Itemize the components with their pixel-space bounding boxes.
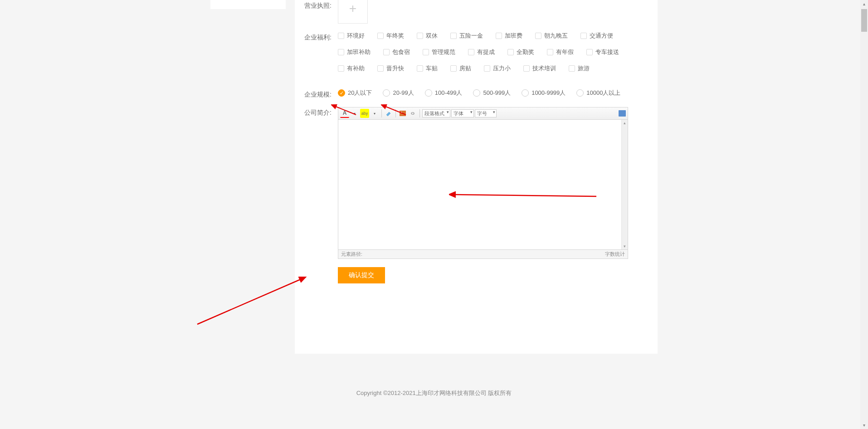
checkbox-box [338, 65, 344, 72]
license-upload[interactable]: + [338, 0, 368, 24]
checkbox-label: 双休 [426, 32, 438, 40]
benefit-checkbox[interactable]: 有提成 [468, 48, 495, 56]
dropdown-icon[interactable]: ▾ [350, 109, 359, 118]
benefit-checkbox[interactable]: 双休 [417, 32, 438, 40]
benefit-checkbox[interactable]: 晋升快 [377, 64, 404, 73]
checkbox-box [496, 33, 502, 39]
scale-radio[interactable]: 100-499人 [425, 89, 463, 97]
benefit-checkbox[interactable]: 有年假 [547, 48, 574, 56]
benefit-checkbox[interactable]: 朝九晚五 [535, 32, 568, 40]
benefit-checkbox[interactable]: 房贴 [450, 64, 471, 73]
word-count[interactable]: 字数统计 [605, 251, 625, 258]
checkbox-box [450, 33, 457, 39]
checkbox-label: 管理规范 [432, 48, 455, 56]
plus-icon: + [349, 1, 356, 16]
checkbox-label: 有提成 [477, 48, 495, 56]
benefit-checkbox[interactable]: 技术培训 [523, 64, 556, 73]
main-form: 营业执照: + 企业福利: 环境好年终奖双休五险一金加班费朝九晚五交通方便加班补… [295, 0, 658, 354]
benefit-checkbox[interactable]: 五险一金 [450, 32, 483, 40]
page-scrollbar[interactable]: ▴ ▾ [860, 0, 868, 410]
checkbox-label: 全勤奖 [517, 48, 534, 56]
benefits-label: 企业福利: [297, 32, 338, 42]
checkbox-box [450, 65, 457, 72]
radio-circle [473, 89, 480, 97]
editor-content[interactable] [338, 120, 628, 249]
radio-label: 10000人以上 [586, 89, 620, 97]
page-scroll-up-icon[interactable]: ▴ [860, 0, 868, 8]
submit-button[interactable]: 确认提交 [338, 267, 385, 283]
checkbox-label: 加班费 [505, 32, 522, 40]
radio-label: 1000-9999人 [532, 89, 566, 97]
page-scroll-thumb[interactable] [861, 9, 867, 32]
checkbox-label: 交通方便 [590, 32, 613, 40]
checkbox-label: 压力小 [493, 64, 511, 73]
scale-radio[interactable]: 10000人以上 [576, 89, 620, 97]
editor-footer: 元素路径: 字数统计 [338, 249, 628, 258]
checkbox-label: 环境好 [347, 32, 365, 40]
checkbox-box [535, 33, 541, 39]
font-family-select[interactable]: 字体 [451, 109, 474, 117]
license-label: 营业执照: [297, 0, 338, 10]
checkbox-box [377, 33, 384, 39]
benefit-checkbox[interactable]: 全勤奖 [507, 48, 534, 56]
dropdown-icon[interactable]: ▾ [370, 109, 379, 118]
checkbox-label: 包食宿 [392, 48, 410, 56]
benefit-checkbox[interactable]: 车贴 [417, 64, 438, 73]
checkbox-box [523, 65, 530, 72]
benefit-checkbox[interactable]: 有补助 [338, 64, 365, 73]
benefit-checkbox[interactable]: 旅游 [569, 64, 590, 73]
checkbox-box [580, 33, 587, 39]
checkbox-label: 旅游 [578, 64, 590, 73]
checkbox-box [377, 65, 384, 72]
checkbox-box [338, 49, 344, 55]
benefit-checkbox[interactable]: 交通方便 [580, 32, 613, 40]
scale-radio[interactable]: 500-999人 [473, 89, 511, 97]
checkbox-box [417, 65, 423, 72]
benefit-checkbox[interactable]: 包食宿 [383, 48, 410, 56]
font-color-btn[interactable]: A [340, 109, 349, 118]
checkbox-label: 车贴 [426, 64, 438, 73]
checkbox-label: 专车接送 [595, 48, 619, 56]
checkbox-box [417, 33, 423, 39]
radio-circle [522, 89, 529, 97]
checkbox-box [338, 33, 344, 39]
link-icon[interactable] [408, 109, 417, 118]
checkbox-label: 朝九晚五 [544, 32, 568, 40]
scale-group: 20人以下20-99人100-499人500-999人1000-9999人100… [338, 89, 658, 97]
bg-color-btn[interactable]: aby [360, 109, 369, 118]
copyright-footer: Copyright ©2012-2021上海印才网络科技有限公司 版权所有 [0, 376, 868, 410]
svg-rect-0 [400, 111, 406, 116]
toolbar-separator [381, 109, 382, 117]
scale-radio[interactable]: 20-99人 [383, 89, 414, 97]
checkbox-label: 年终奖 [386, 32, 404, 40]
paragraph-select[interactable]: 段落格式 [422, 109, 450, 117]
fullscreen-icon[interactable] [619, 110, 626, 117]
checkbox-box [586, 49, 593, 55]
font-size-select[interactable]: 字号 [475, 109, 497, 117]
radio-label: 20-99人 [393, 89, 414, 97]
checkbox-box [507, 49, 514, 55]
eraser-icon[interactable] [384, 109, 393, 118]
benefit-checkbox[interactable]: 专车接送 [586, 48, 619, 56]
toolbar-separator [395, 109, 396, 117]
checkbox-label: 房贴 [459, 64, 471, 73]
element-path: 元素路径: [341, 251, 362, 258]
scroll-down-icon[interactable]: ▾ [622, 243, 628, 249]
benefits-group: 环境好年终奖双休五险一金加班费朝九晚五交通方便加班补助包食宿管理规范有提成全勤奖… [338, 32, 658, 81]
radio-label: 20人以下 [348, 89, 372, 97]
scale-radio[interactable]: 1000-9999人 [522, 89, 566, 97]
editor-scrollbar[interactable]: ▴ ▾ [621, 120, 628, 249]
checkbox-box [383, 49, 390, 55]
image-icon[interactable] [398, 109, 407, 118]
checkbox-label: 有年假 [556, 48, 574, 56]
scale-radio[interactable]: 20人以下 [338, 89, 372, 97]
benefit-checkbox[interactable]: 加班费 [496, 32, 522, 40]
benefit-checkbox[interactable]: 压力小 [484, 64, 511, 73]
benefit-checkbox[interactable]: 环境好 [338, 32, 365, 40]
checkbox-label: 五险一金 [459, 32, 483, 40]
benefit-checkbox[interactable]: 年终奖 [377, 32, 404, 40]
scroll-up-icon[interactable]: ▴ [622, 120, 628, 126]
checkbox-label: 晋升快 [386, 64, 404, 73]
benefit-checkbox[interactable]: 管理规范 [423, 48, 455, 56]
benefit-checkbox[interactable]: 加班补助 [338, 48, 371, 56]
